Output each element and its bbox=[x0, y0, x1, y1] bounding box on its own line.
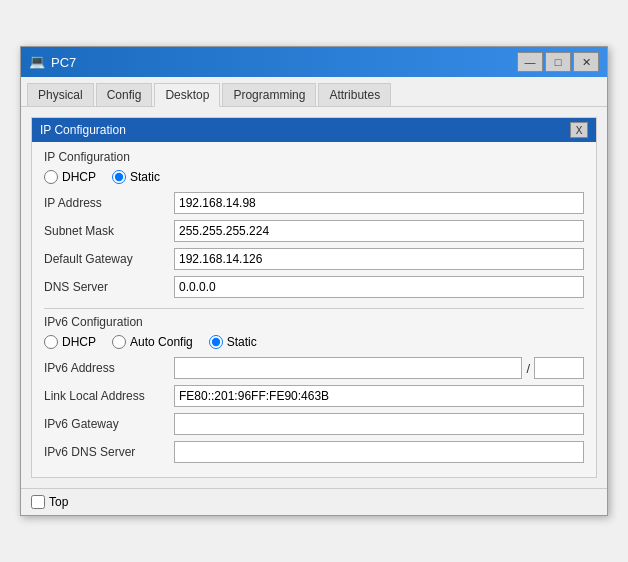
ipv6-dns-row: IPv6 DNS Server bbox=[44, 441, 584, 463]
ipv6-gateway-label: IPv6 Gateway bbox=[44, 417, 174, 431]
ipv6-address-row: IPv6 Address / bbox=[44, 357, 584, 379]
ipv6-dns-label: IPv6 DNS Server bbox=[44, 445, 174, 459]
link-local-label: Link Local Address bbox=[44, 389, 174, 403]
ip-address-input[interactable] bbox=[174, 192, 584, 214]
top-label: Top bbox=[49, 495, 68, 509]
dhcp-radio[interactable] bbox=[44, 170, 58, 184]
ip-address-row: IP Address bbox=[44, 192, 584, 214]
link-local-input[interactable] bbox=[174, 385, 584, 407]
ipv6-address-label: IPv6 Address bbox=[44, 361, 174, 375]
ipv6-address-input[interactable] bbox=[174, 357, 522, 379]
main-window: 💻 PC7 — □ ✕ Physical Config Desktop Prog… bbox=[20, 46, 608, 516]
default-gateway-label: Default Gateway bbox=[44, 252, 174, 266]
title-bar: 💻 PC7 — □ ✕ bbox=[21, 47, 607, 77]
maximize-button[interactable]: □ bbox=[545, 52, 571, 72]
close-button[interactable]: ✕ bbox=[573, 52, 599, 72]
dhcp-radio-label[interactable]: DHCP bbox=[44, 170, 96, 184]
static-radio-label[interactable]: Static bbox=[112, 170, 160, 184]
panel-close-button[interactable]: X bbox=[570, 122, 588, 138]
panel-body: IP Configuration DHCP Static IP Address bbox=[32, 142, 596, 477]
bottom-bar: Top bbox=[21, 488, 607, 515]
window-icon: 💻 bbox=[29, 54, 45, 70]
ipv6-auto-radio[interactable] bbox=[112, 335, 126, 349]
ipv6-gateway-row: IPv6 Gateway bbox=[44, 413, 584, 435]
dns-server-label: DNS Server bbox=[44, 280, 174, 294]
tab-bar: Physical Config Desktop Programming Attr… bbox=[21, 77, 607, 107]
ipv6-radio-group: DHCP Auto Config Static bbox=[44, 335, 584, 349]
subnet-mask-label: Subnet Mask bbox=[44, 224, 174, 238]
ipv6-dns-input[interactable] bbox=[174, 441, 584, 463]
static-radio[interactable] bbox=[112, 170, 126, 184]
ipv6-address-inputs: / bbox=[174, 357, 584, 379]
subnet-mask-input[interactable] bbox=[174, 220, 584, 242]
main-content: IP Configuration X IP Configuration DHCP bbox=[21, 107, 607, 488]
link-local-row: Link Local Address bbox=[44, 385, 584, 407]
dns-server-row: DNS Server bbox=[44, 276, 584, 298]
ipv4-section: IP Configuration DHCP Static IP Address bbox=[44, 150, 584, 298]
panel-header: IP Configuration X bbox=[32, 118, 596, 142]
panel-title: IP Configuration bbox=[40, 123, 126, 137]
window-title: PC7 bbox=[51, 55, 76, 70]
ip-address-label: IP Address bbox=[44, 196, 174, 210]
ip-config-panel: IP Configuration X IP Configuration DHCP bbox=[31, 117, 597, 478]
dns-server-input[interactable] bbox=[174, 276, 584, 298]
ipv6-auto-radio-label[interactable]: Auto Config bbox=[112, 335, 193, 349]
ipv6-static-radio[interactable] bbox=[209, 335, 223, 349]
tab-physical[interactable]: Physical bbox=[27, 83, 94, 106]
top-checkbox[interactable] bbox=[31, 495, 45, 509]
ipv4-radio-group: DHCP Static bbox=[44, 170, 584, 184]
ipv6-static-radio-label[interactable]: Static bbox=[209, 335, 257, 349]
section-divider bbox=[44, 308, 584, 309]
ipv6-dhcp-radio[interactable] bbox=[44, 335, 58, 349]
tab-config[interactable]: Config bbox=[96, 83, 153, 106]
ipv6-dhcp-radio-label[interactable]: DHCP bbox=[44, 335, 96, 349]
ipv6-section-label: IPv6 Configuration bbox=[44, 315, 584, 329]
subnet-mask-row: Subnet Mask bbox=[44, 220, 584, 242]
title-controls: — □ ✕ bbox=[517, 52, 599, 72]
title-bar-left: 💻 PC7 bbox=[29, 54, 76, 70]
tab-desktop[interactable]: Desktop bbox=[154, 83, 220, 107]
ipv6-slash: / bbox=[526, 361, 530, 376]
minimize-button[interactable]: — bbox=[517, 52, 543, 72]
default-gateway-input[interactable] bbox=[174, 248, 584, 270]
ipv6-section: IPv6 Configuration DHCP Auto Config bbox=[44, 315, 584, 463]
ipv6-prefix-input[interactable] bbox=[534, 357, 584, 379]
tab-programming[interactable]: Programming bbox=[222, 83, 316, 106]
ipv4-section-label: IP Configuration bbox=[44, 150, 584, 164]
ipv6-gateway-input[interactable] bbox=[174, 413, 584, 435]
tab-attributes[interactable]: Attributes bbox=[318, 83, 391, 106]
default-gateway-row: Default Gateway bbox=[44, 248, 584, 270]
top-checkbox-label[interactable]: Top bbox=[31, 495, 68, 509]
